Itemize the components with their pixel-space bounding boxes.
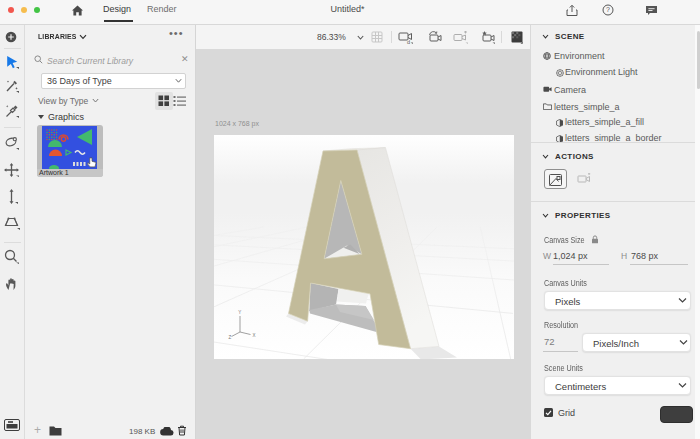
svg-text:Z: Z [229, 335, 232, 340]
svg-text:d: d [407, 39, 410, 45]
svg-text:Y: Y [238, 310, 241, 315]
svg-text:X: X [253, 333, 256, 338]
svg-text:?: ? [606, 6, 610, 13]
